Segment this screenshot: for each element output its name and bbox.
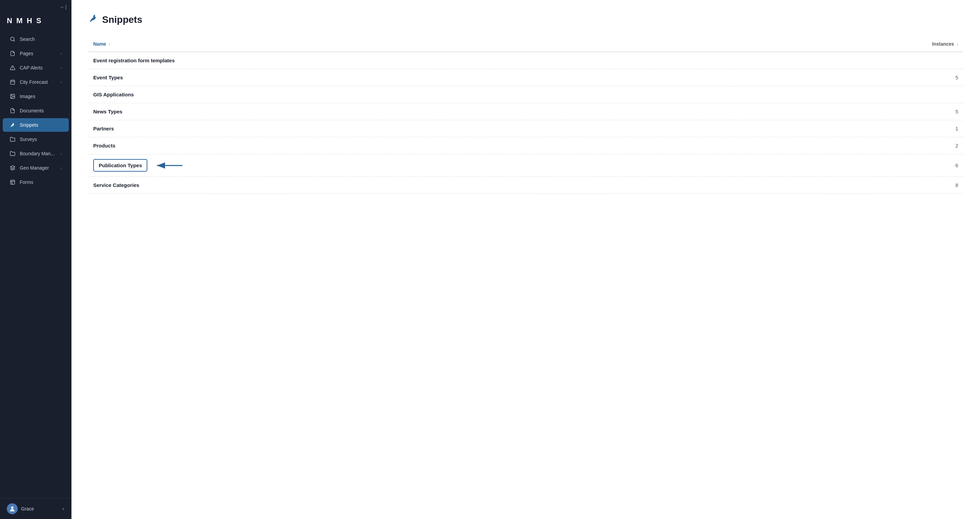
row-instances: 2 [733,137,963,154]
chevron-right-icon: › [60,51,62,56]
sidebar-item-label: Images [20,94,62,99]
sort-arrow-up-icon: ↑ [108,42,111,46]
forms-icon [10,179,16,185]
sidebar-item-label: Documents [20,108,62,113]
table-row[interactable]: Event registration form templates [89,52,963,69]
sidebar-item-boundary-manager[interactable]: Boundary Man... › [3,147,69,160]
table-row[interactable]: Publication Types [89,154,963,177]
svg-rect-4 [11,80,14,85]
sidebar-item-snippets[interactable]: Snippets [3,118,69,132]
table-row[interactable]: Event Types 5 [89,69,963,86]
documents-icon [10,108,16,114]
column-header-instances[interactable]: Instances ↓ [733,38,963,52]
sidebar: ←| N M H S Search Pages › CAP Alerts › [0,0,72,519]
chevron-right-icon: › [60,152,62,156]
snippets-page-icon [89,14,98,26]
alert-icon [10,65,16,71]
row-instances [733,52,963,69]
sidebar-collapse-button[interactable]: ←| [0,0,72,13]
column-header-name[interactable]: Name ↑ [89,38,733,52]
sidebar-item-forms[interactable]: Forms [3,176,69,189]
main-content: Snippets Name ↑ Instances ↓ Event regist… [72,0,980,519]
sidebar-item-label: Pages [20,51,56,56]
page-header: Snippets [89,14,963,26]
chevron-up-icon: ∧ [62,507,65,511]
row-name[interactable]: GIS Applications [89,86,733,103]
row-name[interactable]: News Types [89,103,733,120]
row-instances [733,86,963,103]
row-instances: 5 [733,103,963,120]
row-instances: 8 [733,177,963,194]
sidebar-item-documents[interactable]: Documents [3,104,69,118]
sidebar-item-label: City Forecast [20,79,56,85]
publication-types-cell: Publication Types [93,159,729,172]
row-name[interactable]: Products [89,137,733,154]
sidebar-item-label: CAP Alerts [20,65,56,70]
table-row[interactable]: Products 2 [89,137,963,154]
pages-icon [10,50,16,56]
row-name[interactable]: Partners [89,120,733,137]
sidebar-item-cap-alerts[interactable]: CAP Alerts › [3,61,69,75]
geo-manager-icon [10,165,16,171]
snippets-table: Name ↑ Instances ↓ Event registration fo… [89,38,963,194]
svg-line-1 [14,40,14,41]
chevron-right-icon: › [60,66,62,70]
sidebar-item-city-forecast[interactable]: City Forecast › [3,75,69,89]
sidebar-logo: N M H S [0,13,72,32]
row-instances: 5 [733,69,963,86]
images-icon [10,93,16,99]
boundary-icon [10,150,16,156]
chevron-right-icon: › [60,80,62,84]
row-instances: 1 [733,120,963,137]
sidebar-item-search[interactable]: Search [3,32,69,46]
table-row[interactable]: GIS Applications [89,86,963,103]
table-header: Name ↑ Instances ↓ [89,38,963,52]
search-icon [10,36,16,42]
snippets-icon [10,122,16,128]
table-row[interactable]: Partners 1 [89,120,963,137]
sort-arrow-down-icon: ↓ [956,42,959,46]
sidebar-item-geo-manager[interactable]: Geo Manager › [3,161,69,175]
svg-point-14 [11,506,14,509]
page-title: Snippets [102,14,142,25]
sidebar-item-label: Geo Manager [20,165,56,171]
user-name: Grace [21,506,59,511]
user-menu[interactable]: Grace ∧ [0,498,72,519]
svg-point-9 [11,95,12,96]
svg-marker-10 [10,166,14,168]
city-forecast-icon [10,79,16,85]
sidebar-item-label: Search [20,37,62,42]
sidebar-item-label: Snippets [20,122,62,128]
sidebar-item-surveys[interactable]: Surveys [3,133,69,146]
arrow-annotation [153,160,184,171]
sidebar-item-pages[interactable]: Pages › [3,47,69,60]
row-name[interactable]: Event registration form templates [89,52,733,69]
chevron-right-icon: › [60,166,62,170]
publication-types-box[interactable]: Publication Types [93,159,147,172]
svg-rect-11 [11,180,14,184]
sidebar-item-label: Forms [20,179,62,185]
surveys-icon [10,136,16,142]
table-row[interactable]: News Types 5 [89,103,963,120]
sidebar-item-label: Boundary Man... [20,151,56,156]
table-row[interactable]: Service Categories 8 [89,177,963,194]
avatar [7,503,18,514]
sidebar-item-images[interactable]: Images [3,89,69,103]
sidebar-nav: Search Pages › CAP Alerts › City Forecas… [0,32,72,498]
sidebar-item-label: Surveys [20,137,62,142]
row-name[interactable]: Service Categories [89,177,733,194]
row-name[interactable]: Event Types [89,69,733,86]
